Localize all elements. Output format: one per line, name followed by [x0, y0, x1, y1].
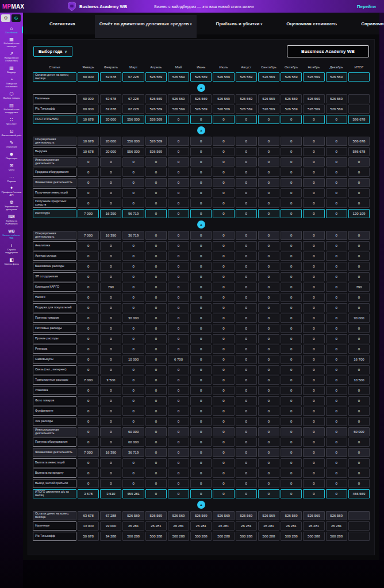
value-cell[interactable]: 0	[78, 157, 99, 167]
value-cell[interactable]: 0	[122, 469, 144, 478]
value-cell[interactable]: 0	[122, 386, 144, 395]
value-cell[interactable]: 0	[190, 417, 212, 426]
value-cell[interactable]: 526 569	[303, 511, 324, 520]
value-cell[interactable]: 0	[145, 417, 167, 426]
value-cell[interactable]: 0	[303, 262, 324, 271]
value-cell[interactable]: 0	[348, 479, 370, 488]
value-cell[interactable]: 30 000	[348, 314, 370, 323]
value-cell[interactable]: 0	[236, 334, 257, 343]
value-cell[interactable]: 0	[303, 479, 324, 488]
value-cell[interactable]: 0	[122, 365, 144, 374]
value-cell[interactable]: 0	[78, 355, 99, 364]
value-cell[interactable]: 0	[78, 252, 99, 261]
value-cell[interactable]: 0	[168, 314, 189, 323]
value-cell[interactable]: 556 000	[122, 147, 144, 156]
value-cell[interactable]: 0	[168, 168, 189, 177]
value-cell[interactable]: 526 569	[213, 105, 234, 114]
value-cell[interactable]: 0	[122, 241, 144, 250]
value-cell[interactable]: 0	[348, 458, 370, 467]
value-cell[interactable]: 0	[168, 365, 189, 374]
value-cell[interactable]: 459 281	[122, 489, 144, 498]
value-cell[interactable]: 0	[326, 115, 347, 124]
value-cell[interactable]: 0	[78, 427, 99, 436]
value-cell[interactable]: 500 288	[168, 532, 189, 541]
value-cell[interactable]: 0	[213, 365, 234, 374]
value-cell[interactable]: 0	[326, 355, 347, 364]
value-cell[interactable]: 10 000	[122, 355, 144, 364]
value-cell[interactable]: 0	[78, 199, 99, 208]
value-cell[interactable]: 0	[213, 209, 234, 218]
value-cell[interactable]: 0	[326, 283, 347, 292]
value-cell[interactable]: 0	[258, 157, 279, 167]
value-cell[interactable]: 500 288	[303, 532, 324, 541]
value-cell[interactable]: 0	[168, 427, 189, 436]
value-cell[interactable]: 0	[168, 469, 189, 478]
value-cell[interactable]: 0	[190, 178, 212, 187]
value-cell[interactable]: 6 700	[168, 355, 189, 364]
value-cell[interactable]: 0	[168, 458, 189, 467]
value-cell[interactable]: 0	[168, 386, 189, 395]
value-cell[interactable]: 0	[168, 147, 189, 156]
value-cell[interactable]: 0	[281, 396, 302, 405]
g-logo-icon[interactable]: G	[11, 14, 21, 22]
value-cell[interactable]: 0	[100, 417, 121, 426]
value-cell[interactable]: 0	[168, 209, 189, 218]
value-cell[interactable]: 0	[348, 448, 370, 457]
value-cell[interactable]: 0	[100, 386, 121, 395]
value-cell[interactable]: 0	[100, 241, 121, 250]
value-cell[interactable]: 0	[281, 178, 302, 187]
value-cell[interactable]: 0	[236, 157, 257, 167]
value-cell[interactable]: 0	[303, 137, 324, 146]
value-cell[interactable]: 0	[236, 365, 257, 374]
value-cell[interactable]: 0	[326, 417, 347, 426]
value-cell[interactable]: 0	[236, 115, 257, 124]
value-cell[interactable]: 0	[100, 407, 121, 416]
sidebar-item[interactable]: ☻Партнеры	[0, 150, 23, 161]
value-cell[interactable]: 500 288	[213, 532, 234, 541]
value-cell[interactable]: 7 000	[78, 448, 99, 457]
value-cell[interactable]: 0	[145, 241, 167, 250]
value-cell[interactable]: 0	[258, 479, 279, 488]
value-cell[interactable]: 0	[236, 417, 257, 426]
value-cell[interactable]: 0	[190, 272, 212, 281]
value-cell[interactable]: 0	[145, 345, 167, 354]
value-cell[interactable]: 0	[78, 469, 99, 478]
value-cell[interactable]: 0	[348, 168, 370, 177]
value-cell[interactable]: 0	[303, 188, 324, 198]
value-cell[interactable]: 0	[281, 438, 302, 447]
value-cell[interactable]	[348, 511, 370, 520]
value-cell[interactable]: 0	[326, 272, 347, 281]
value-cell[interactable]: 0	[281, 147, 302, 156]
value-cell[interactable]: 0	[190, 355, 212, 364]
value-cell[interactable]: 0	[258, 365, 279, 374]
value-cell[interactable]: 0	[213, 262, 234, 271]
value-cell[interactable]: 0	[281, 231, 302, 240]
value-cell[interactable]: 26 281	[145, 521, 167, 531]
value-cell[interactable]: 0	[145, 479, 167, 488]
value-cell[interactable]: 0	[303, 427, 324, 436]
value-cell[interactable]: 0	[213, 168, 234, 177]
value-cell[interactable]: 0	[213, 489, 234, 498]
value-cell[interactable]: 0	[213, 438, 234, 447]
value-cell[interactable]: 0	[78, 458, 99, 467]
value-cell[interactable]: 60 000	[122, 427, 144, 436]
value-cell[interactable]: 0	[168, 448, 189, 457]
value-cell[interactable]: 0	[213, 199, 234, 208]
sidebar-item[interactable]: ⋯Пароли	[0, 173, 23, 184]
value-cell[interactable]: 0	[281, 241, 302, 250]
value-cell[interactable]: 0	[303, 283, 324, 292]
value-cell[interactable]: 0	[303, 157, 324, 167]
value-cell[interactable]: 0	[303, 469, 324, 478]
tab-item[interactable]: Прибыль и убытки▾	[212, 15, 267, 33]
value-cell[interactable]: 0	[122, 168, 144, 177]
value-cell[interactable]: 0	[168, 241, 189, 250]
value-cell[interactable]: 526 569	[281, 94, 302, 103]
value-cell[interactable]: 0	[326, 407, 347, 416]
value-cell[interactable]	[348, 521, 370, 531]
value-cell[interactable]: 0	[145, 314, 167, 323]
value-cell[interactable]: 26 281	[236, 521, 257, 531]
value-cell[interactable]: 3 610	[100, 489, 121, 498]
value-cell[interactable]: 500 288	[145, 532, 167, 541]
value-cell[interactable]: 0	[122, 252, 144, 261]
value-cell[interactable]: 10 678	[78, 115, 99, 124]
